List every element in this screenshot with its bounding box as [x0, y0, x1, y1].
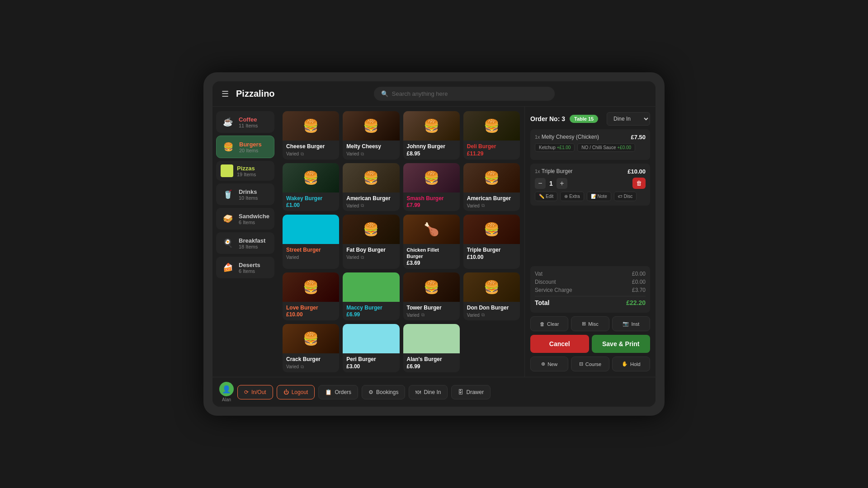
chicken-fillet-price: £3.69	[407, 260, 456, 266]
maccy-burger-name: Maccy Burger	[346, 305, 396, 312]
menu-item-johnny-burger[interactable]: 🍔 Johnny Burger £8.95	[403, 111, 460, 160]
note-btn[interactable]: 📝 Note	[587, 192, 611, 201]
delete-item-btn[interactable]: 🗑	[632, 178, 646, 189]
menu-grid: 🍔 Cheese Burger Varied⧉ 🍔 Melty Cheesy V…	[283, 111, 520, 372]
drinks-count: 10 Items	[239, 195, 258, 201]
pizzas-label: Pizzas	[237, 165, 256, 172]
qty-increase[interactable]: +	[557, 178, 567, 189]
logout-btn[interactable]: ⏻ Logout	[277, 385, 315, 399]
sidebar-item-burgers[interactable]: 🍔 Burgers 20 Items	[216, 136, 274, 158]
extra-btn[interactable]: ⊕ Extra	[560, 192, 584, 201]
burgers-label: Burgers	[239, 141, 262, 148]
menu-item-deli-burger[interactable]: 🍔 Deli Burger £11.29	[463, 111, 520, 160]
user-button[interactable]: 👤 Alan	[219, 382, 234, 402]
chicken-fillet-name: Chicken Fillet Burger	[407, 247, 456, 260]
american-burger-2-img: 🍔	[463, 163, 520, 192]
menu-item-fat-boy-burger[interactable]: 🍔 Fat Boy Burger Varied⧉	[343, 215, 399, 269]
disc-btn[interactable]: 🏷 Disc	[614, 192, 637, 201]
menu-item-maccy-burger[interactable]: Maccy Burger £6.99	[343, 272, 399, 321]
new-btn[interactable]: ⊕ New	[530, 357, 568, 371]
search-bar[interactable]: 🔍 Search anything here	[374, 87, 555, 101]
drinks-icon: 🥤	[221, 187, 235, 202]
burgers-icon: 🍔	[221, 140, 236, 154]
fat-boy-burger-img: 🍔	[343, 215, 399, 244]
inst-btn[interactable]: 📷 Inst	[612, 316, 650, 331]
dine-in-btn[interactable]: 🍽 Dine In	[409, 385, 448, 399]
smash-burger-name: Smash Burger	[407, 195, 456, 202]
order-items: 1x Melty Cheesy (Chicken) £7.50 Ketchup …	[530, 129, 650, 263]
smash-burger-price: £7.99	[407, 202, 456, 208]
sandwiches-count: 6 Items	[239, 220, 269, 225]
sidebar-item-breakfast[interactable]: 🍳 Breakfast 18 Items	[216, 232, 274, 254]
misc-btn[interactable]: ⊞ Misc	[571, 316, 609, 331]
breakfast-count: 18 Items	[239, 244, 265, 249]
burgers-count: 20 Items	[239, 148, 262, 153]
sidebar-item-deserts[interactable]: 🍰 Deserts 6 Items	[216, 257, 274, 278]
dine-select[interactable]: Dine In Takeaway Delivery	[607, 112, 650, 126]
deli-burger-price: £11.29	[467, 150, 516, 157]
drinks-label: Drinks	[239, 188, 258, 195]
qty-value: 1	[549, 180, 553, 187]
coffee-count: 11 Items	[239, 123, 258, 128]
peri-burger-img	[343, 324, 399, 353]
menu-item-peri-burger[interactable]: Peri Burger £3.00	[343, 324, 399, 372]
hold-btn[interactable]: ✋ Hold	[612, 357, 650, 371]
course-btn[interactable]: ⊟ Course	[571, 357, 609, 371]
menu-item-alans-burger[interactable]: Alan's Burger £6.99	[403, 324, 460, 372]
menu-item-tower-burger[interactable]: 🍔 Tower Burger Varied⧉	[403, 272, 460, 321]
coffee-label: Coffee	[239, 116, 258, 123]
sidebar-item-pizzas[interactable]: Pizzas 19 Items	[216, 161, 274, 181]
menu-item-wakey-burger[interactable]: 🍔 Wakey Burger £1.00	[283, 163, 339, 211]
menu-item-love-burger[interactable]: 🍔 Love Burger £10.00	[283, 272, 339, 321]
sandwiches-label: Sandwiche	[239, 213, 269, 220]
menu-item-american-burger-1[interactable]: 🍔 American Burger Varied⧉	[343, 163, 399, 211]
menu-item-smash-burger[interactable]: 🍔 Smash Burger £7.99	[403, 163, 460, 211]
menu-item-triple-burger[interactable]: 🍔 Triple Burger £10.00	[463, 215, 520, 269]
maccy-burger-img	[343, 272, 399, 302]
love-burger-price: £10.00	[286, 311, 335, 318]
wakey-burger-name: Wakey Burger	[286, 195, 335, 202]
menu-item-street-burger[interactable]: Street Burger Varied	[283, 215, 339, 269]
cancel-btn[interactable]: Cancel	[530, 335, 589, 353]
drawer-btn[interactable]: 🗄 Drawer	[451, 385, 491, 399]
pizzas-count: 19 Items	[237, 172, 256, 177]
triple-burger-img: 🍔	[463, 215, 520, 244]
fat-boy-burger-name: Fat Boy Burger	[346, 247, 396, 254]
love-burger-name: Love Burger	[286, 305, 335, 312]
triple-burger-order-price: £10.00	[627, 168, 646, 175]
orders-btn[interactable]: 📋 Orders	[318, 385, 358, 399]
sidebar-item-drinks[interactable]: 🥤 Drinks 10 Items	[216, 183, 274, 205]
vat-row: Vat £0.00	[535, 271, 646, 277]
breakfast-icon: 🍳	[221, 236, 235, 250]
menu-item-cheese-burger[interactable]: 🍔 Cheese Burger Varied⧉	[283, 111, 339, 160]
triple-burger-price: £10.00	[467, 254, 516, 260]
user-name: Alan	[222, 397, 231, 402]
item-actions: ✏️ Edit ⊕ Extra 📝 Note 🏷 Disc	[535, 192, 646, 201]
sandwiches-icon: 🥪	[221, 211, 235, 226]
johnny-burger-price: £8.95	[407, 150, 456, 157]
menu-item-crack-burger[interactable]: 🍔 Crack Burger Varied⧉	[283, 324, 339, 372]
don-don-burger-name: Don Don Burger	[467, 305, 516, 312]
bookings-btn[interactable]: ⚙ Bookings	[362, 385, 405, 399]
mod-ketchup: Ketchup +£1.00	[535, 143, 575, 152]
menu-item-chicken-fillet[interactable]: 🍗 Chicken Fillet Burger £3.69	[403, 215, 460, 269]
table-badge: Table 15	[570, 115, 598, 123]
alans-burger-price: £6.99	[407, 363, 456, 370]
app-title: Pizzalino	[236, 89, 275, 99]
menu-item-don-don-burger[interactable]: 🍔 Don Don Burger Varied⧉	[463, 272, 520, 321]
menu-item-melty-cheesy[interactable]: 🍔 Melty Cheesy Varied⧉	[343, 111, 399, 160]
menu-icon[interactable]: ☰	[222, 89, 229, 99]
menu-item-american-burger-2[interactable]: 🍔 American Burger Varied⧉	[463, 163, 520, 211]
save-print-btn[interactable]: Save & Print	[592, 335, 651, 353]
in-out-btn[interactable]: ⟳ In/Out	[237, 385, 273, 399]
triple-burger-name: Triple Burger	[467, 247, 516, 254]
deli-burger-img: 🍔	[463, 111, 520, 141]
deserts-count: 6 Items	[239, 268, 260, 274]
sidebar-item-sandwiches[interactable]: 🥪 Sandwiche 6 Items	[216, 208, 274, 230]
deli-burger-name: Deli Burger	[467, 143, 516, 150]
edit-btn[interactable]: ✏️ Edit	[535, 192, 557, 201]
qty-decrease[interactable]: −	[535, 178, 546, 189]
mod-chilli: NO / Chilli Sauce +£0.00	[577, 143, 635, 152]
clear-btn[interactable]: 🗑 Clear	[530, 316, 568, 331]
sidebar-item-coffee[interactable]: ☕ Coffee 11 Items	[216, 111, 274, 133]
